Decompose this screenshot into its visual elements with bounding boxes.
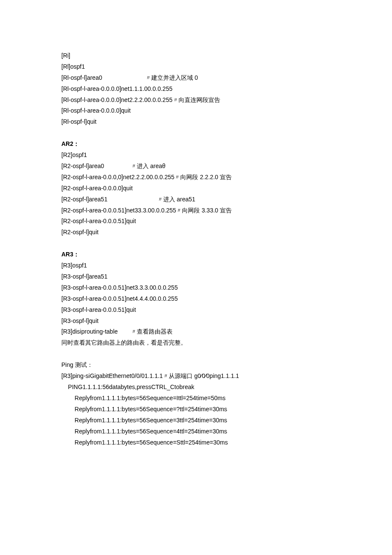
- document-page: [Ri][Rl]ospf1[Rl-ospf-l]area0 〃建立并进入区域 0…: [0, 0, 392, 555]
- code-line: Replyfrom1.1.1.1:bytes=56Sequence=3ttl=2…: [61, 415, 334, 426]
- code-line: Replyfrom1.1.1.1:bytes=56Sequence=Sttl=2…: [61, 437, 334, 448]
- code-line: [R3-ospf-l]area51: [61, 271, 334, 282]
- code-line: Replyfrom1.1.1.1:bytes=56Sequence=Ittl=2…: [61, 393, 334, 404]
- code-line: [Ri]: [61, 50, 334, 61]
- code-line: PING1.1.1.1:56databytes,pressCTRL_Ctobre…: [61, 382, 334, 393]
- code-line: [R2-ospf-l-area-0.0.0.0]quit: [61, 183, 334, 194]
- code-line: [R3-ospf-l-area-0.0.0.51]quit: [61, 305, 334, 316]
- code-line: [R2-ospf-l]area51 〃进入 area51: [61, 194, 334, 205]
- code-line: [Rl]ospf1: [61, 61, 334, 73]
- code-line: [Rl-ospf-l-area-0.0.0.0]net2.2.2.00.0.0.…: [61, 95, 334, 106]
- blank-line: [61, 238, 334, 249]
- code-line: [R2-ospf-l]area0 〃进入 areaθ: [61, 161, 334, 172]
- code-line: [R3-ospf-l]quit: [61, 316, 334, 327]
- code-line: [R2]ospf1: [61, 150, 334, 161]
- code-line: Ping 测试：: [61, 360, 334, 371]
- code-line: Replyfrom1.1.1.1:bytes=56Sequence=?ttl=2…: [61, 404, 334, 415]
- blank-line: [61, 349, 334, 360]
- content-block: [Ri][Rl]ospf1[Rl-ospf-l]area0 〃建立并进入区域 0…: [61, 50, 334, 448]
- code-line: [R2-ospf-l-area-0.0.0.51]net33.3.00.0.0.…: [61, 205, 334, 216]
- code-line: [R2-ospf-l]quit: [61, 227, 334, 238]
- code-line: 同时查看其它路由器上的路由表，看是否完整。: [61, 337, 334, 349]
- code-line: [R3-ospf-l-area-0.0.0.51]net3.3.3.00.0.0…: [61, 282, 334, 293]
- code-line: [Rl-ospf-l-area-0.0.0.0]quit: [61, 105, 334, 116]
- code-line: [Rl-ospf-l-area-0.0.0.0]net1.1.1.00.0.0.…: [61, 84, 334, 95]
- code-line: [Rl-ospf-l]quit: [61, 116, 334, 128]
- code-line: Replyfrom1.1.1.1:bytes=56Sequence=4ttl=2…: [61, 426, 334, 437]
- section-heading: AR3：: [61, 249, 334, 260]
- code-line: [R2-ospf-l-area-0.0.0,0]net2.2.2.00.0.0.…: [61, 172, 334, 183]
- code-line: [R3]disiprouting-table 〃查看路由器表: [61, 326, 334, 337]
- code-line: [R3]ospf1: [61, 260, 334, 271]
- code-line: [Rl-ospf-l]area0 〃建立并进入区域 0: [61, 73, 334, 84]
- code-line: [R3]ping-siGigabitEthernet0/0/01.1.1.1〃从…: [61, 371, 334, 382]
- code-line: [R2-ospf-l-area-0.0.0.51]quit: [61, 216, 334, 227]
- section-heading: AR2：: [61, 139, 334, 150]
- blank-line: [61, 128, 334, 139]
- code-line: [R3-ospf-l-area-0.0.0.51]net4.4.4.00.0.0…: [61, 293, 334, 305]
